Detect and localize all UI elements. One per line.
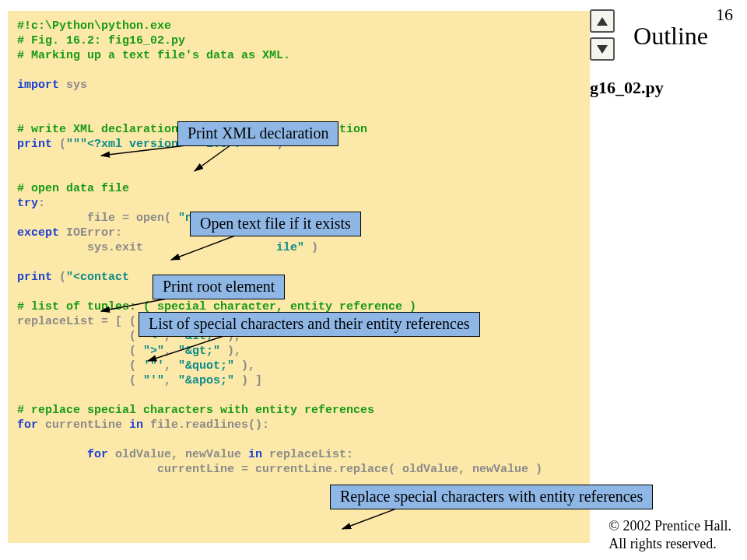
callout-root-element: Print root element bbox=[153, 275, 285, 299]
code-text: IOError: bbox=[59, 226, 122, 240]
code-text: sys.exit bbox=[17, 241, 143, 254]
code-text: ( bbox=[17, 359, 143, 373]
code-kw: try bbox=[17, 197, 38, 210]
code-text: ), bbox=[220, 345, 241, 358]
code-text: oldValue, newValue bbox=[108, 448, 248, 461]
code-text: currentLine bbox=[38, 418, 129, 432]
code-line: # open data file bbox=[17, 182, 129, 195]
code-text: ) ] bbox=[234, 374, 262, 387]
copyright-line: All rights reserved. bbox=[608, 535, 731, 553]
nav-up-button[interactable] bbox=[590, 9, 615, 33]
callout-open-file: Open text file if it exists bbox=[190, 212, 361, 236]
code-kw: import bbox=[17, 79, 59, 92]
outline-heading: Outline bbox=[633, 22, 708, 51]
code-str: "&apos;" bbox=[178, 374, 234, 387]
code-kw: for bbox=[17, 418, 38, 432]
copyright-line: © 2002 Prentice Hall. bbox=[608, 517, 731, 535]
callout-replace-chars: Replace special characters with entity r… bbox=[330, 485, 653, 509]
code-text bbox=[17, 448, 87, 461]
code-kw: except bbox=[17, 226, 59, 240]
code-text: replaceList = [ ( bbox=[17, 315, 143, 328]
code-text: ( bbox=[17, 330, 143, 343]
triangle-down-icon bbox=[597, 45, 608, 54]
code-text: , bbox=[164, 359, 178, 373]
code-line: #!c:\Python\python.exe bbox=[17, 19, 171, 33]
copyright-block: © 2002 Prentice Hall. All rights reserve… bbox=[608, 517, 731, 552]
code-text: ( bbox=[17, 374, 143, 387]
code-kw: in bbox=[129, 418, 143, 432]
code-line: # Marking up a text file's data as XML. bbox=[17, 49, 290, 62]
code-text: ( bbox=[52, 271, 66, 284]
code-text: currentLine = currentLine.replace( oldVa… bbox=[17, 463, 542, 476]
code-str: "&quot;" bbox=[178, 359, 234, 373]
code-text: file.readlines(): bbox=[143, 418, 269, 432]
code-line: # Fig. 16.2: fig16_02.py bbox=[17, 34, 185, 47]
code-str: ile" bbox=[276, 241, 304, 254]
code-kw: print bbox=[17, 271, 52, 284]
code-kw: in bbox=[248, 448, 262, 461]
page-number: 16 bbox=[716, 5, 733, 25]
code-text: , bbox=[164, 345, 178, 358]
callout-special-chars-list: List of special characters and their ent… bbox=[139, 312, 480, 337]
code-kw: for bbox=[87, 448, 108, 461]
code-str: """ bbox=[66, 138, 87, 151]
code-text: file = open( bbox=[17, 212, 178, 225]
code-str: "&gt;" bbox=[178, 345, 220, 358]
code-text: ) bbox=[304, 241, 318, 254]
callout-xml-declaration: Print XML declaration bbox=[177, 121, 338, 146]
code-str: "<contact bbox=[66, 271, 129, 284]
code-listing: #!c:\Python\python.exe # Fig. 16.2: fig1… bbox=[8, 11, 590, 543]
code-line: # replace special characters with entity… bbox=[17, 404, 374, 417]
code-str: ">" bbox=[143, 345, 164, 358]
code-text: ( bbox=[17, 345, 143, 358]
code-text: ( bbox=[52, 138, 66, 151]
code-str: "'" bbox=[143, 374, 164, 387]
code-text: ), bbox=[234, 359, 255, 373]
code-text: , bbox=[164, 374, 178, 387]
filename-label: g16_02.py bbox=[590, 78, 664, 98]
code-kw: print bbox=[17, 138, 52, 151]
triangle-up-icon bbox=[597, 17, 608, 26]
code-text: replaceList: bbox=[262, 448, 353, 461]
code-str: '"' bbox=[143, 359, 164, 373]
nav-down-button[interactable] bbox=[590, 37, 615, 61]
code-text: sys bbox=[59, 79, 87, 92]
code-text: : bbox=[38, 197, 45, 210]
